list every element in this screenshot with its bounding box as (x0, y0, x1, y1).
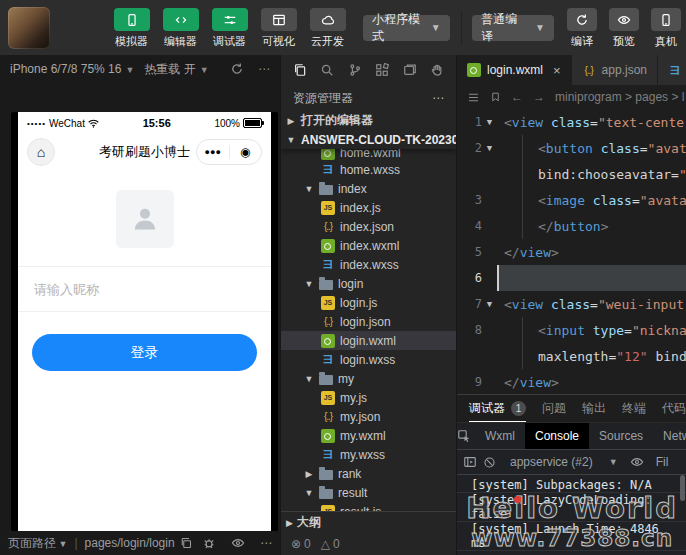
code-line-9[interactable]: 9</view> (457, 369, 686, 394)
editor-tab-login.wxml[interactable]: login.wxml× (457, 55, 572, 85)
console-prompt[interactable]: > (457, 551, 686, 555)
action-button-preview[interactable]: 预览 (604, 6, 644, 49)
code-line-1[interactable]: 1▼<view class="text-center (457, 109, 686, 135)
console-output[interactable]: [system] Subpackages: N/A[system] LazyCo… (457, 475, 686, 555)
more-icon[interactable]: ⋯ (258, 62, 270, 76)
home-button[interactable]: ⌂ (27, 138, 55, 166)
mode-select[interactable]: 小程序模式 ▼ (363, 15, 450, 41)
tree-item-result[interactable]: ▼result (281, 483, 456, 502)
code-line-wrap[interactable]: maxlength="12" bindin (457, 343, 686, 369)
code-line-3[interactable]: 3<image class="avatar" (457, 187, 686, 213)
tree-file-my.json[interactable]: {..}my.json (281, 407, 456, 426)
tree-file-index.wxml[interactable]: index.wxml (281, 236, 456, 255)
compile-mode-select[interactable]: 普通编译 ▼ (472, 15, 554, 41)
tree-file-index.json[interactable]: {..}index.json (281, 217, 456, 236)
search-icon[interactable] (320, 63, 334, 77)
outline-list-icon[interactable] (467, 91, 480, 104)
toolbar-button-cloud[interactable]: 云开发 (304, 6, 351, 49)
outline-section[interactable]: ▶ 大纲 (281, 511, 456, 533)
code-line-8[interactable]: 8<input type="nickname (457, 317, 686, 343)
debugger-tab-调试器[interactable]: 调试器1 (469, 395, 526, 422)
blocks-icon[interactable] (375, 63, 389, 77)
fold-icon[interactable]: ▼ (482, 299, 497, 309)
code-line-wrap[interactable]: bind:chooseavatar="on (457, 161, 686, 187)
tree-file-login.json[interactable]: {..}login.json (281, 312, 456, 331)
tree-item-label: home.wxss (340, 163, 400, 177)
action-button-compile[interactable]: 编译 (562, 6, 602, 49)
eye-icon[interactable] (231, 536, 245, 550)
tree-file-my.js[interactable]: JSmy.js (281, 388, 456, 407)
toolbar-button-visual[interactable]: 可视化 (255, 6, 302, 49)
context-select[interactable]: appservice (#2) (510, 455, 593, 469)
code-editor[interactable]: 1▼<view class="text-center2▼<button clas… (457, 109, 686, 394)
breadcrumb[interactable]: miniprogram > pages > l (555, 90, 684, 104)
code-line-4[interactable]: 4</button> (457, 213, 686, 239)
device-select[interactable]: iPhone 6/7/8 75% 16▼ (10, 62, 134, 76)
code-line-5[interactable]: 5</view> (457, 239, 686, 265)
sidebar-toggle-icon[interactable] (463, 455, 477, 469)
tree-file-my.wxml[interactable]: my.wxml (281, 426, 456, 445)
menu-dots-icon[interactable]: ●●● (197, 147, 229, 157)
eye-icon[interactable] (630, 455, 644, 469)
tree-item-my[interactable]: ▼my (281, 369, 456, 388)
refresh-icon[interactable] (230, 62, 244, 76)
tree-file-home.wxml[interactable]: home.wxml (281, 149, 456, 160)
devtools-tab-Wxml[interactable]: Wxml (475, 423, 525, 449)
toolbar-button-simulator[interactable]: 模拟器 (108, 6, 155, 49)
editor-tab-wxss[interactable]: ヨ (658, 55, 686, 85)
tree-file-index.wxss[interactable]: ヨindex.wxss (281, 255, 456, 274)
debugger-tab-代码质量[interactable]: 代码质量 (662, 395, 686, 422)
bug-icon[interactable] (202, 536, 216, 550)
page-path-dropdown[interactable]: 页面路径 ▼ (8, 535, 67, 552)
editor-tab-app.json[interactable]: {..}app.json (572, 55, 658, 85)
devtools-tab-Console[interactable]: Console (525, 423, 589, 449)
tree-file-login.wxml[interactable]: login.wxml (281, 331, 456, 350)
more-icon[interactable]: ⋯ (260, 536, 272, 550)
toolbar-button-editor[interactable]: 编辑器 (157, 6, 204, 49)
avatar-picker[interactable] (116, 190, 174, 248)
inspect-icon[interactable] (457, 423, 471, 449)
folder-icon (319, 375, 333, 385)
clear-console-icon[interactable] (483, 456, 496, 469)
hand-icon[interactable] (430, 63, 444, 77)
tree-file-login.js[interactable]: JSlogin.js (281, 293, 456, 312)
files-icon[interactable] (293, 63, 307, 77)
toolbar-button-debugger[interactable]: 调试器 (206, 6, 253, 49)
windowicon-icon[interactable] (403, 63, 417, 77)
debugger-tab-终端[interactable]: 终端 (622, 395, 646, 422)
code-line-6[interactable]: 6 (457, 265, 686, 291)
tree-file-home.wxss[interactable]: ヨhome.wxss (281, 160, 456, 179)
back-icon[interactable]: ← (511, 90, 523, 104)
fold-icon[interactable]: ▼ (482, 143, 497, 153)
branch-icon[interactable] (348, 63, 362, 77)
forward-icon[interactable]: → (533, 90, 545, 104)
login-button[interactable]: 登录 (32, 334, 257, 371)
tree-file-result.js[interactable]: JSresult.js (281, 502, 456, 511)
close-icon[interactable]: × (553, 63, 561, 78)
tree-item-label: ANSWER-CLOUD-TK-20230202 (301, 133, 456, 147)
exit-target-icon[interactable]: ◉ (230, 145, 262, 159)
more-icon[interactable]: ⋯ (432, 91, 444, 105)
devtools-tab-Network[interactable]: Network (653, 423, 686, 449)
debugger-tab-问题[interactable]: 问题 (542, 395, 566, 422)
tree-item-login[interactable]: ▼login (281, 274, 456, 293)
hot-reload-toggle[interactable]: 热重载 开▼ (144, 61, 208, 78)
action-button-device[interactable]: 真机 (646, 6, 686, 49)
nickname-input[interactable] (32, 281, 257, 298)
code-line-2[interactable]: 2▼<button class="avatar (457, 135, 686, 161)
tree-item-rank[interactable]: ▶rank (281, 464, 456, 483)
copy-icon[interactable] (180, 537, 192, 549)
code-line-7[interactable]: 7▼<view class="weui-input-b (457, 291, 686, 317)
devtools-tab-Sources[interactable]: Sources (589, 423, 653, 449)
console-scrollbar[interactable] (680, 475, 685, 501)
debugger-tab-输出[interactable]: 输出 (582, 395, 606, 422)
tree-item-index[interactable]: ▼index (281, 179, 456, 198)
tree-file-index.js[interactable]: JSindex.js (281, 198, 456, 217)
tree-file-my.wxss[interactable]: ヨmy.wxss (281, 445, 456, 464)
filter-input[interactable]: Fil (656, 455, 669, 469)
tree-item-ANSWER-CLOUD-TK-20230202[interactable]: ▼ANSWER-CLOUD-TK-20230202 (281, 130, 456, 149)
tree-item--[interactable]: ▶打开的编辑器 (281, 111, 456, 130)
fold-icon[interactable]: ▼ (482, 117, 497, 127)
tree-file-login.wxss[interactable]: ヨlogin.wxss (281, 350, 456, 369)
bookmark-icon[interactable] (490, 91, 501, 103)
